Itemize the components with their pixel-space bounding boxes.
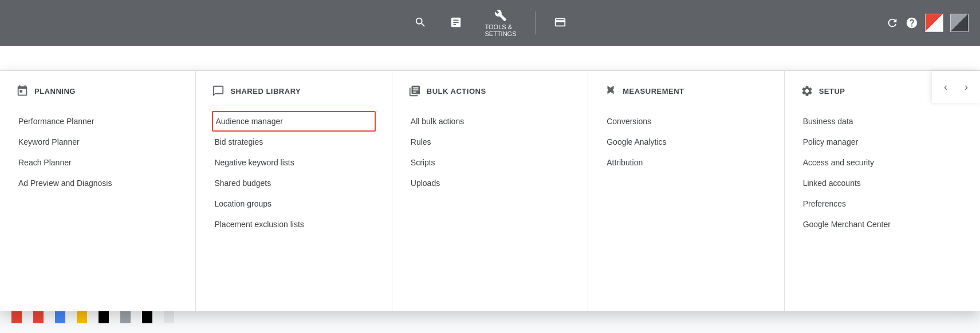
- bottom-color-7: [164, 310, 174, 323]
- nav-arrows: ‹ ›: [932, 71, 980, 103]
- menu-item-performance-planner[interactable]: Performance Planner: [16, 111, 179, 132]
- bottom-color-1: [33, 310, 44, 323]
- shared-library-header-title: SHARED LIBRARY: [230, 87, 301, 96]
- menu-item-placement-exclusion-lists[interactable]: Placement exclusion lists: [212, 214, 375, 235]
- col-planning: PLANNINGPerformance PlannerKeyword Plann…: [0, 71, 196, 311]
- col-bulk-actions: BULK ACTIONSAll bulk actionsRulesScripts…: [392, 71, 588, 311]
- reports-icon-group[interactable]: [440, 16, 471, 30]
- menu-item-google-analytics[interactable]: Google Analytics: [604, 132, 768, 152]
- search-icon: [414, 16, 426, 29]
- prev-arrow[interactable]: ‹: [936, 78, 955, 96]
- bottom-color-3: [77, 310, 87, 323]
- menu-item-business-data[interactable]: Business data: [801, 111, 964, 132]
- col-items-planning: Performance PlannerKeyword PlannerReach …: [16, 111, 179, 193]
- bottom-color-6: [142, 310, 152, 323]
- col-items-setup: Business dataPolicy managerAccess and se…: [801, 111, 964, 235]
- menu-item-keyword-planner[interactable]: Keyword Planner: [16, 132, 179, 152]
- tools-label: TOOLS &SETTINGS: [485, 23, 516, 37]
- bottom-color-2: [55, 310, 65, 323]
- bottom-color-0: [11, 310, 22, 323]
- planning-header-icon: [16, 85, 29, 97]
- tools-icon: [494, 9, 507, 22]
- col-header-bulk-actions: BULK ACTIONS: [408, 85, 572, 97]
- menu-item-scripts[interactable]: Scripts: [408, 152, 572, 173]
- subnav: [0, 46, 980, 71]
- bulk-actions-header-title: BULK ACTIONS: [427, 87, 486, 96]
- tools-icon-group[interactable]: TOOLS &SETTINGS: [475, 9, 525, 37]
- menu-item-preferences[interactable]: Preferences: [801, 193, 964, 214]
- bulk-actions-header-icon: [408, 85, 421, 97]
- user-avatar[interactable]: [925, 14, 943, 32]
- planning-header-title: PLANNING: [34, 87, 76, 96]
- billing-icon-group[interactable]: [545, 16, 576, 30]
- toolbar-right: [886, 14, 969, 32]
- refresh-icon[interactable]: [886, 17, 899, 29]
- measurement-header-icon: [604, 85, 617, 97]
- col-items-shared-library: Audience managerBid strategiesNegative k…: [212, 111, 375, 235]
- col-header-measurement: MEASUREMENT: [604, 85, 768, 97]
- next-arrow[interactable]: ›: [957, 78, 975, 96]
- search-icon-group[interactable]: [404, 16, 435, 30]
- col-items-measurement: ConversionsGoogle AnalyticsAttribution: [604, 111, 768, 173]
- menu-item-shared-budgets[interactable]: Shared budgets: [212, 173, 375, 193]
- setup-header-title: SETUP: [819, 87, 845, 96]
- menu-item-linked-accounts[interactable]: Linked accounts: [801, 173, 964, 193]
- billing-icon: [554, 16, 566, 29]
- menu-item-policy-manager[interactable]: Policy manager: [801, 132, 964, 152]
- col-header-shared-library: SHARED LIBRARY: [212, 85, 375, 97]
- menu-item-all-bulk-actions[interactable]: All bulk actions: [408, 111, 572, 132]
- shared-library-header-icon: [212, 85, 225, 97]
- menu-item-reach-planner[interactable]: Reach Planner: [16, 152, 179, 173]
- menu-item-access-security[interactable]: Access and security: [801, 152, 964, 173]
- toolbar: TOOLS &SETTINGS: [0, 0, 980, 46]
- menu-item-conversions[interactable]: Conversions: [604, 111, 768, 132]
- measurement-header-title: MEASUREMENT: [623, 87, 684, 96]
- col-items-bulk-actions: All bulk actionsRulesScriptsUploads: [408, 111, 572, 193]
- dropdown-menu: PLANNINGPerformance PlannerKeyword Plann…: [0, 71, 980, 311]
- toolbar-separator: [535, 11, 536, 34]
- col-shared-library: SHARED LIBRARYAudience managerBid strate…: [196, 71, 392, 311]
- col-header-planning: PLANNING: [16, 85, 179, 97]
- menu-item-attribution[interactable]: Attribution: [604, 152, 768, 173]
- menu-item-location-groups[interactable]: Location groups: [212, 193, 375, 214]
- account-avatar[interactable]: [950, 14, 969, 32]
- menu-item-negative-keyword-lists[interactable]: Negative keyword lists: [212, 152, 375, 173]
- bottom-color-5: [120, 310, 131, 323]
- bottom-color-4: [99, 310, 109, 323]
- reports-icon: [449, 16, 462, 29]
- menu-item-bid-strategies[interactable]: Bid strategies: [212, 132, 375, 152]
- menu-item-audience-manager[interactable]: Audience manager: [212, 111, 375, 132]
- menu-item-rules[interactable]: Rules: [408, 132, 572, 152]
- toolbar-icons: TOOLS &SETTINGS: [404, 9, 575, 37]
- help-icon[interactable]: [906, 17, 918, 29]
- menu-item-google-merchant-center[interactable]: Google Merchant Center: [801, 214, 964, 235]
- setup-header-icon: [801, 85, 813, 97]
- col-setup: SETUPBusiness dataPolicy managerAccess a…: [785, 71, 980, 311]
- menu-item-uploads[interactable]: Uploads: [408, 173, 572, 193]
- menu-item-ad-preview[interactable]: Ad Preview and Diagnosis: [16, 173, 179, 193]
- col-measurement: MEASUREMENTConversionsGoogle AnalyticsAt…: [588, 71, 784, 311]
